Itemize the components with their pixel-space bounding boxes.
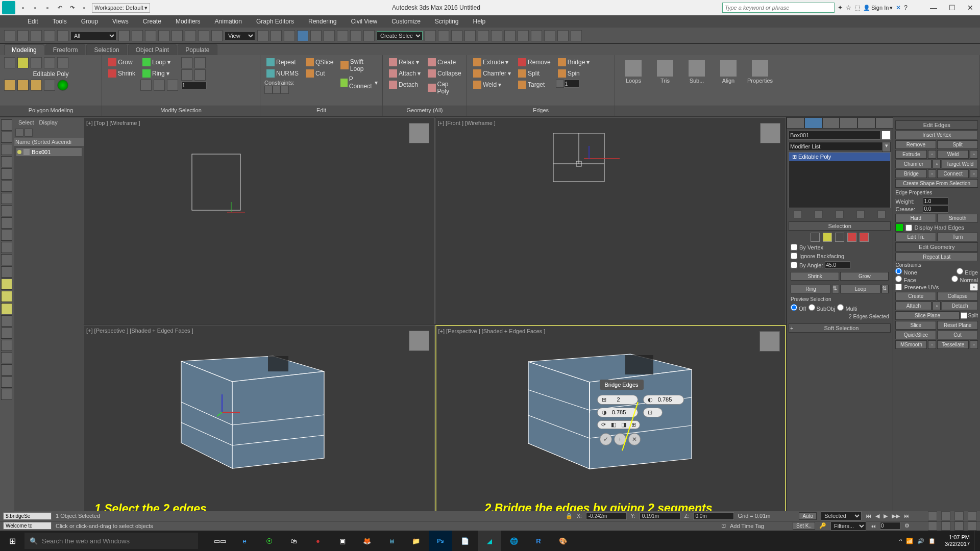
rollout-softsel[interactable]: +Soft Selection — [789, 323, 891, 333]
named-set[interactable]: Create Selection S... — [377, 31, 423, 40]
qat-save-icon[interactable]: ▫ — [42, 3, 53, 13]
viewcube-p2[interactable] — [760, 331, 780, 352]
select-name-icon[interactable] — [132, 30, 143, 41]
place-icon[interactable] — [211, 30, 223, 41]
qat-new-icon[interactable]: ▫ — [17, 3, 29, 13]
menu-create[interactable]: Create — [136, 16, 168, 27]
start-button[interactable]: ⊞ — [0, 536, 24, 546]
so-edge-icon[interactable] — [823, 233, 832, 242]
dot-ring-icon[interactable] — [194, 57, 206, 68]
shape-ngon-icon[interactable] — [1, 266, 12, 278]
keyboard-icon[interactable] — [284, 30, 295, 41]
camera-icon[interactable] — [1, 315, 12, 327]
tab-selection[interactable]: Selection — [86, 44, 127, 55]
mirror-icon[interactable] — [425, 30, 436, 41]
region-icon[interactable] — [145, 30, 156, 41]
c-xy-icon[interactable] — [264, 86, 273, 94]
show-desktop-button[interactable] — [974, 531, 980, 551]
nav-walk-icon[interactable] — [954, 521, 964, 531]
signin-button[interactable]: 👤 Sign In ▾ — [863, 5, 893, 11]
viewport-persp-right[interactable]: [+] [Perspective ] [Shaded + Edged Faces… — [435, 325, 787, 532]
cut-button2[interactable]: Cut — [937, 331, 978, 339]
geo-torus-icon[interactable] — [1, 156, 12, 167]
menu-group[interactable]: Group — [74, 16, 105, 27]
qat-link-icon[interactable]: ▫ — [79, 3, 90, 13]
caddy-taper1[interactable]: ◐ — [643, 395, 684, 405]
nurms-button[interactable]: NURMS — [264, 68, 301, 79]
edge-icon[interactable]: e — [233, 531, 256, 551]
connect-button[interactable]: Connect — [937, 169, 969, 178]
play-icon[interactable]: ▶ — [884, 513, 888, 519]
pm-full-icon[interactable] — [17, 80, 29, 91]
explorer-icon[interactable]: 📁 — [404, 531, 428, 551]
schematic-icon[interactable] — [491, 30, 502, 41]
tris-big-button[interactable]: Tris — [651, 57, 679, 87]
tray-up-icon[interactable]: ^ — [899, 538, 902, 544]
help-search-input[interactable] — [722, 3, 835, 13]
qat-undo-icon[interactable]: ↶ — [54, 3, 65, 13]
setkey-button[interactable]: Set K.. — [793, 522, 815, 530]
connect-settings-icon[interactable]: ▫ — [970, 169, 978, 178]
percent-snap-icon[interactable] — [337, 30, 348, 41]
attach-button2[interactable]: Attach — [895, 302, 932, 310]
pm-prev-icon[interactable] — [4, 80, 15, 91]
tab-objectpaint[interactable]: Object Paint — [128, 44, 177, 55]
light2-icon[interactable] — [1, 291, 12, 302]
cmd-tab-motion[interactable] — [840, 117, 857, 129]
subobj-border-icon[interactable] — [31, 57, 42, 68]
system-icon[interactable] — [1, 352, 12, 363]
toggle-ribbon-icon[interactable] — [464, 30, 476, 41]
panel-edges[interactable]: Edges — [467, 106, 615, 116]
smooth-button[interactable]: Smooth — [937, 214, 978, 222]
minimize-button[interactable]: — — [926, 4, 941, 12]
weld-settings-icon[interactable]: ▫ — [970, 150, 978, 159]
nav-zoomext-icon[interactable] — [928, 521, 937, 531]
unlink-icon[interactable] — [44, 30, 55, 41]
sub-big-button[interactable]: Sub... — [682, 57, 711, 87]
targetweld-button[interactable]: Target Weld — [942, 160, 978, 168]
curve-editor-icon[interactable] — [478, 30, 489, 41]
app-green-icon[interactable]: ⦿ — [257, 531, 281, 551]
loops-big-button[interactable]: Loops — [619, 57, 648, 87]
preserveuv-settings-icon[interactable]: ▫ — [970, 283, 978, 291]
scene-object-box001[interactable]: Box001 — [16, 148, 82, 156]
createshape-button[interactable]: Create Shape From Selection — [895, 179, 978, 188]
preview-multi-radio[interactable]: Multi — [837, 304, 857, 312]
extrude-button[interactable]: Extrude ▾ — [471, 57, 513, 67]
exchange-icon[interactable]: ⬚ — [854, 4, 860, 11]
disphard-checkbox[interactable] — [905, 224, 912, 231]
crease-spinner[interactable] — [923, 205, 948, 213]
spin-button[interactable]: Spin — [556, 68, 592, 79]
light3-icon[interactable] — [1, 303, 12, 314]
subobj-element-icon[interactable] — [57, 57, 68, 68]
menu-tools[interactable]: Tools — [45, 16, 74, 27]
tab-modeling[interactable]: Modeling — [4, 44, 44, 55]
photoshop-icon[interactable]: Ps — [429, 531, 452, 551]
move-icon[interactable] — [172, 30, 183, 41]
cmd-tab-create[interactable] — [787, 117, 804, 129]
cons-face-radio[interactable]: Face — [895, 276, 916, 283]
create-button2[interactable]: Create — [895, 292, 936, 300]
render-setup-icon[interactable] — [518, 30, 529, 41]
stack-unique-icon[interactable] — [836, 210, 844, 218]
pconnect-button[interactable]: P Connect ▾ — [338, 74, 380, 91]
weight-spinner[interactable] — [923, 197, 948, 205]
modlist-dropdown-icon[interactable]: ▾ — [883, 142, 891, 152]
panel-polymod[interactable]: Polygon Modeling — [0, 106, 102, 116]
shape-circle-icon[interactable] — [1, 242, 12, 253]
viewcube-top[interactable] — [409, 123, 429, 143]
material-editor-icon[interactable] — [504, 30, 516, 41]
play-back-icon[interactable]: ◀ — [875, 513, 879, 519]
remove-button2[interactable]: Remove — [895, 140, 936, 149]
snap3d-icon[interactable] — [310, 30, 322, 41]
create-button[interactable]: Create — [426, 57, 463, 67]
loop-spin-icon[interactable]: ⇅ — [881, 285, 889, 293]
edge-opt-icon[interactable] — [556, 80, 564, 88]
caddy-rev-icon[interactable]: ◨ — [620, 421, 628, 428]
rotate-icon[interactable] — [185, 30, 196, 41]
c-normal-icon[interactable] — [281, 86, 289, 94]
menu-scripting[interactable]: Scripting — [428, 16, 466, 27]
light-icon[interactable] — [1, 279, 12, 290]
tessellate-settings-icon[interactable]: ▫ — [970, 340, 978, 349]
cons-edge-radio[interactable]: Edge — [957, 268, 978, 276]
